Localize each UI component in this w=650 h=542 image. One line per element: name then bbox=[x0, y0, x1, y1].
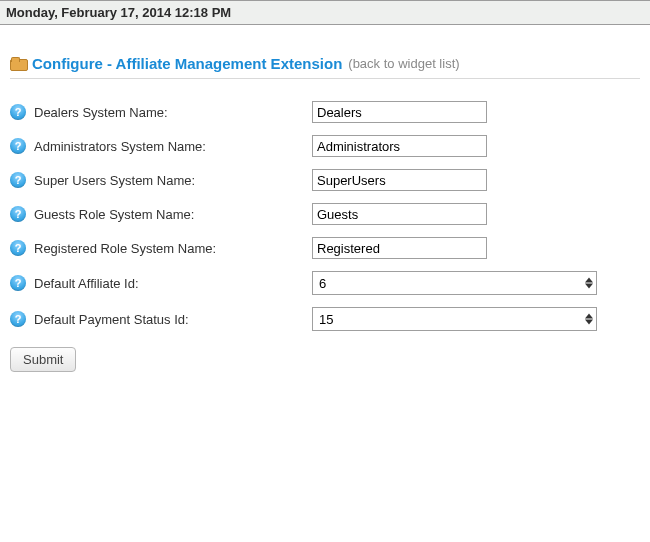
help-icon[interactable]: ? bbox=[10, 104, 26, 120]
label-guests: Guests Role System Name: bbox=[34, 207, 304, 222]
help-icon[interactable]: ? bbox=[10, 172, 26, 188]
label-superusers: Super Users System Name: bbox=[34, 173, 304, 188]
date-text: Monday, February 17, 2014 12:18 PM bbox=[6, 5, 231, 20]
label-admins: Administrators System Name: bbox=[34, 139, 304, 154]
label-registered: Registered Role System Name: bbox=[34, 241, 304, 256]
folder-icon bbox=[10, 57, 26, 71]
chevron-down-icon[interactable] bbox=[585, 320, 593, 325]
label-default-affiliate: Default Affiliate Id: bbox=[34, 276, 304, 291]
chevron-up-icon[interactable] bbox=[585, 314, 593, 319]
chevron-up-icon[interactable] bbox=[585, 278, 593, 283]
row-superusers: ? Super Users System Name: bbox=[10, 163, 640, 197]
input-registered-role-system-name[interactable] bbox=[312, 237, 487, 259]
row-guests: ? Guests Role System Name: bbox=[10, 197, 640, 231]
help-icon[interactable]: ? bbox=[10, 206, 26, 222]
label-dealers: Dealers System Name: bbox=[34, 105, 304, 120]
date-bar: Monday, February 17, 2014 12:18 PM bbox=[0, 0, 650, 25]
back-to-widget-list-link[interactable]: (back to widget list) bbox=[348, 56, 459, 71]
input-guests-role-system-name[interactable] bbox=[312, 203, 487, 225]
page-title: Configure - Affiliate Management Extensi… bbox=[32, 55, 342, 72]
spinner bbox=[585, 278, 593, 289]
row-dealers: ? Dealers System Name: bbox=[10, 95, 640, 129]
row-default-payment: ? Default Payment Status Id: bbox=[10, 301, 640, 337]
row-default-affiliate: ? Default Affiliate Id: bbox=[10, 265, 640, 301]
input-default-affiliate-id[interactable] bbox=[312, 271, 597, 295]
help-icon[interactable]: ? bbox=[10, 138, 26, 154]
chevron-down-icon[interactable] bbox=[585, 284, 593, 289]
input-default-payment-status-id[interactable] bbox=[312, 307, 597, 331]
input-dealers-system-name[interactable] bbox=[312, 101, 487, 123]
row-registered: ? Registered Role System Name: bbox=[10, 231, 640, 265]
title-row: Configure - Affiliate Management Extensi… bbox=[10, 55, 640, 79]
stepper-wrap bbox=[312, 271, 597, 295]
submit-button[interactable]: Submit bbox=[10, 347, 76, 372]
input-super-users-system-name[interactable] bbox=[312, 169, 487, 191]
page-body: Configure - Affiliate Management Extensi… bbox=[0, 25, 650, 382]
help-icon[interactable]: ? bbox=[10, 311, 26, 327]
input-administrators-system-name[interactable] bbox=[312, 135, 487, 157]
row-admins: ? Administrators System Name: bbox=[10, 129, 640, 163]
spinner bbox=[585, 314, 593, 325]
label-default-payment: Default Payment Status Id: bbox=[34, 312, 304, 327]
stepper-wrap bbox=[312, 307, 597, 331]
help-icon[interactable]: ? bbox=[10, 240, 26, 256]
help-icon[interactable]: ? bbox=[10, 275, 26, 291]
config-form: ? Dealers System Name: ? Administrators … bbox=[10, 95, 640, 372]
